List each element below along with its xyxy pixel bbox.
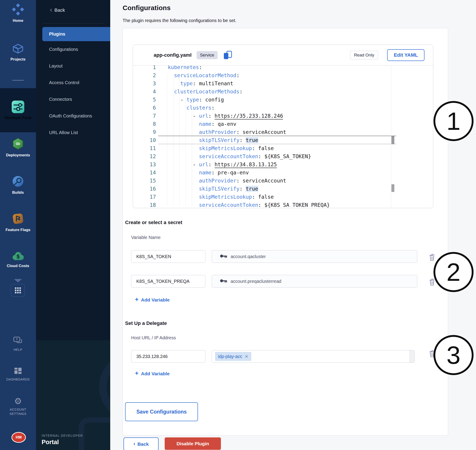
sidebar-divider bbox=[43, 23, 105, 24]
plugin-sidebar: ‹ Back Plugins Configurations Layout Acc… bbox=[36, 0, 110, 450]
add-variable-link[interactable]: + Add Variable bbox=[135, 371, 170, 376]
editor-scroll-marker[interactable] bbox=[391, 184, 394, 192]
cloud-costs-icon: $ bbox=[12, 252, 24, 261]
svg-text:$: $ bbox=[16, 253, 20, 260]
rail-item-label: Cloud Costs bbox=[7, 263, 29, 269]
edit-yaml-button[interactable]: Edit YAML bbox=[387, 49, 424, 61]
variable-name-input[interactable] bbox=[131, 275, 205, 288]
rail-item-help[interactable]: ? HELP bbox=[0, 337, 36, 352]
back-button-label: Back bbox=[137, 441, 149, 447]
service-badge: Service bbox=[197, 51, 217, 59]
save-configurations-button[interactable]: Save Configurations bbox=[125, 402, 198, 421]
rail-item-label: Home bbox=[13, 18, 23, 24]
code-line: 9 authProvider: serviceAccount bbox=[133, 128, 433, 136]
add-variable-link[interactable]: + Add Variable bbox=[135, 297, 170, 303]
plus-icon: + bbox=[135, 370, 139, 376]
rail-item-home[interactable]: Home bbox=[0, 4, 36, 24]
delegate-tags-field[interactable]: idp-play-acc ✕ bbox=[212, 350, 415, 363]
svg-text:?: ? bbox=[16, 338, 18, 341]
code-lines: 1kubernetes:2 serviceLocatorMethod:3 typ… bbox=[133, 65, 433, 208]
disable-plugin-button[interactable]: Disable Plugin bbox=[165, 437, 221, 450]
sidebar-footer-kicker: INTERNAL DEVELOPER bbox=[42, 434, 83, 437]
rail-item-feature-flags[interactable]: Feature Flags bbox=[0, 213, 36, 233]
annotation-circle-1: 1 bbox=[434, 101, 474, 141]
svg-text:∞: ∞ bbox=[16, 140, 21, 147]
indent-guide bbox=[179, 74, 180, 206]
indent-guide bbox=[167, 74, 167, 206]
rail-item-label: Feature Flags bbox=[6, 227, 31, 233]
rail-item-dashboards[interactable]: DASHBOARDS bbox=[0, 367, 36, 382]
gear-icon: ⚙ bbox=[14, 397, 22, 405]
delete-variable-button[interactable] bbox=[429, 253, 436, 261]
rail-collapse-chevron-icon[interactable] bbox=[14, 279, 22, 282]
back-nav[interactable]: ‹ Back bbox=[50, 7, 65, 13]
rail-item-builds[interactable]: Builds bbox=[0, 176, 36, 195]
deployments-icon: ∞ bbox=[12, 138, 24, 151]
dashboards-icon bbox=[14, 367, 22, 375]
plus-icon: + bbox=[135, 296, 139, 303]
sidebar-item-layout[interactable]: Layout bbox=[49, 64, 63, 69]
secret-value: account.preqaclusterread bbox=[231, 279, 282, 284]
delegate-section-heading: Set Up a Delegate bbox=[125, 320, 167, 326]
sidebar-item-url-allow-list[interactable]: URL Allow List bbox=[49, 130, 78, 135]
indent-guide bbox=[173, 74, 173, 206]
projects-icon bbox=[12, 44, 24, 55]
indent-guide bbox=[192, 74, 192, 206]
developer-portal-icon bbox=[12, 101, 24, 114]
yaml-code-area: 1kubernetes:2 serviceLocatorMethod:3 typ… bbox=[133, 65, 433, 208]
rail-item-account-settings[interactable]: ⚙ ACCOUNT SETTINGS bbox=[0, 397, 36, 416]
yaml-filename: app-config.yaml bbox=[154, 52, 192, 58]
sidebar-footer-title: Portal bbox=[42, 439, 59, 446]
rail-item-deployments[interactable]: ∞ Deployments bbox=[0, 138, 36, 158]
sidebar-item-configurations[interactable]: Configurations bbox=[49, 47, 78, 52]
code-line: 14 name: pre-qa-env bbox=[133, 169, 433, 177]
annotation-circle-2: 2 bbox=[434, 252, 474, 292]
code-line: 12 serviceAccountToken: ${K8S_SA_TOKEN} bbox=[133, 152, 433, 160]
rail-item-label: DASHBOARDS bbox=[6, 377, 30, 382]
rail-item-projects[interactable]: Projects bbox=[0, 44, 36, 62]
code-line: 2 serviceLocatorMethod: bbox=[133, 71, 433, 79]
code-line: 3 type: multiTenant bbox=[133, 79, 433, 88]
variable-name-input[interactable] bbox=[131, 250, 205, 263]
remove-tag-icon[interactable]: ✕ bbox=[245, 354, 248, 359]
delegate-tag-chip[interactable]: idp-play-acc ✕ bbox=[215, 352, 251, 361]
add-variable-label: Add Variable bbox=[141, 297, 170, 303]
code-line: 13 - url: https://34.83.13.125 bbox=[133, 160, 433, 169]
rail-divider bbox=[12, 80, 24, 81]
tag-label: idp-play-acc bbox=[218, 354, 242, 359]
rail-item-label: HELP bbox=[14, 348, 23, 352]
module-rail: Home Projects Developer Portal bbox=[0, 0, 36, 450]
tag-field-scrollbar[interactable] bbox=[409, 350, 414, 362]
sidebar-item-plugins[interactable]: Plugins bbox=[42, 27, 110, 41]
rail-item-developer-portal[interactable]: Developer Portal bbox=[0, 88, 36, 132]
code-line: 10 skipTLSVerify: true bbox=[133, 136, 433, 144]
grid-icon bbox=[15, 287, 21, 293]
copy-icon[interactable] bbox=[223, 50, 232, 60]
read-only-badge: Read Only bbox=[350, 51, 378, 60]
code-line: 17 skipMetricsLookup: false bbox=[133, 193, 433, 201]
help-icon: ? bbox=[13, 337, 23, 346]
user-avatar[interactable]: HM bbox=[12, 432, 26, 443]
editor-scroll-marker[interactable] bbox=[391, 136, 394, 144]
annotation-circle-3: 3 bbox=[434, 335, 474, 375]
sidebar-item-access-control[interactable]: Access Control bbox=[49, 80, 79, 85]
secrets-section-heading: Create or select a secret bbox=[125, 219, 182, 225]
module-grid-button[interactable] bbox=[11, 284, 25, 296]
page-title: Configurations bbox=[123, 4, 170, 12]
page-subtitle: The plugin requires the following config… bbox=[123, 18, 236, 23]
host-url-input[interactable] bbox=[131, 350, 205, 363]
chevron-left-icon: ‹ bbox=[133, 441, 135, 447]
rail-item-cloud-costs[interactable]: $ Cloud Costs bbox=[0, 252, 36, 269]
secret-select-field[interactable]: account.preqaclusterread bbox=[212, 275, 417, 288]
sidebar-item-oauth-configurations[interactable]: OAuth Configurations bbox=[49, 113, 92, 118]
back-button[interactable]: ‹ Back bbox=[123, 437, 159, 450]
builds-icon bbox=[12, 176, 24, 188]
rail-item-label: Deployments bbox=[6, 153, 30, 158]
code-line: 8 name: qa-env bbox=[133, 120, 433, 128]
code-line: 5 - type: config bbox=[133, 96, 433, 104]
sidebar-item-connectors[interactable]: Connectors bbox=[49, 97, 72, 102]
rail-item-label: Builds bbox=[12, 190, 24, 195]
secret-select-field[interactable]: account.qacluster bbox=[212, 250, 417, 263]
host-url-label: Host URL / IP Address bbox=[131, 335, 176, 340]
rail-item-label: Developer Portal bbox=[5, 116, 31, 120]
